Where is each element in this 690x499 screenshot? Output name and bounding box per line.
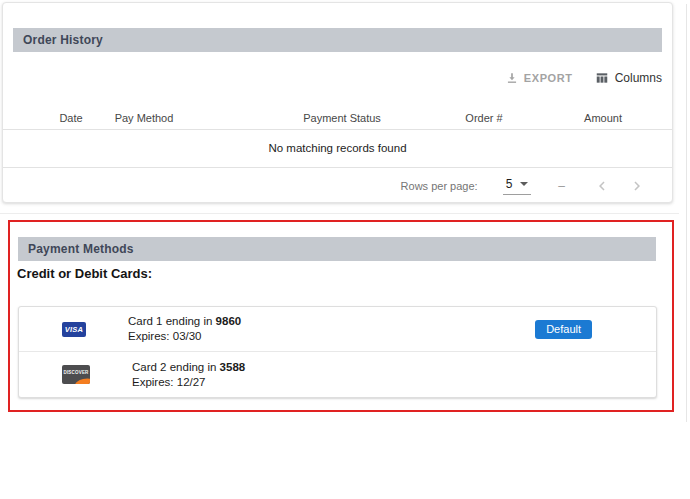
page-range: – — [558, 179, 565, 193]
card-row: VISA Card 1 ending in 9860 Expires: 03/3… — [19, 307, 656, 352]
download-icon — [505, 71, 519, 85]
card-last4: 9860 — [216, 315, 242, 327]
table-toolbar: EXPORT Columns — [505, 69, 662, 87]
export-button[interactable]: EXPORT — [505, 71, 573, 85]
card-details: Card 1 ending in 9860 Expires: 03/30 — [128, 314, 241, 344]
column-header-pay-method[interactable]: Pay Method — [115, 112, 174, 124]
card-expiry-line: Expires: 03/30 — [128, 329, 241, 344]
payment-methods-section: Payment Methods Credit or Debit Cards: V… — [8, 220, 674, 412]
card-number-line: Card 1 ending in 9860 — [128, 314, 241, 329]
rows-per-page-label: Rows per page: — [401, 180, 478, 192]
columns-button[interactable]: Columns — [595, 71, 662, 85]
order-history-card: Order History EXPORT Columns — [2, 2, 673, 203]
payment-methods-title: Payment Methods — [28, 242, 134, 256]
order-history-header: Order History — [13, 28, 662, 52]
section-divider — [0, 213, 679, 214]
column-header-payment-status[interactable]: Payment Status — [303, 112, 381, 124]
card-details: Card 2 ending in 3588 Expires: 12/27 — [132, 360, 245, 390]
visa-logo: VISA — [62, 322, 86, 337]
page: Order History EXPORT Columns — [0, 0, 690, 499]
card-number-line: Card 2 ending in 3588 — [132, 360, 245, 375]
columns-icon — [595, 71, 609, 85]
discover-swoosh — [74, 377, 90, 384]
column-header-date[interactable]: Date — [59, 112, 82, 124]
rows-per-page-select[interactable]: 5 — [503, 177, 532, 195]
column-header-amount[interactable]: Amount — [584, 112, 622, 124]
column-header-order-number[interactable]: Order # — [465, 112, 502, 124]
saved-cards-list: VISA Card 1 ending in 9860 Expires: 03/3… — [18, 306, 657, 398]
empty-table-message: No matching records found — [3, 129, 672, 167]
chevron-right-icon — [628, 177, 646, 195]
page-right-divider — [686, 4, 687, 422]
discover-logo: DISCOVER — [62, 365, 90, 384]
card-last4: 3588 — [220, 361, 246, 373]
order-history-title: Order History — [23, 33, 103, 47]
pagination: Rows per page: 5 – — [3, 167, 672, 204]
default-badge[interactable]: Default — [535, 320, 592, 339]
chevron-left-icon — [593, 177, 611, 195]
credit-debit-cards-heading: Credit or Debit Cards: — [17, 266, 152, 281]
caret-down-icon — [520, 182, 528, 186]
payment-methods-header: Payment Methods — [18, 237, 656, 261]
previous-page-button[interactable] — [593, 177, 611, 195]
next-page-button[interactable] — [628, 177, 646, 195]
card-expiry-line: Expires: 12/27 — [132, 375, 245, 390]
card-row: DISCOVER Card 2 ending in 3588 Expires: … — [19, 352, 656, 397]
